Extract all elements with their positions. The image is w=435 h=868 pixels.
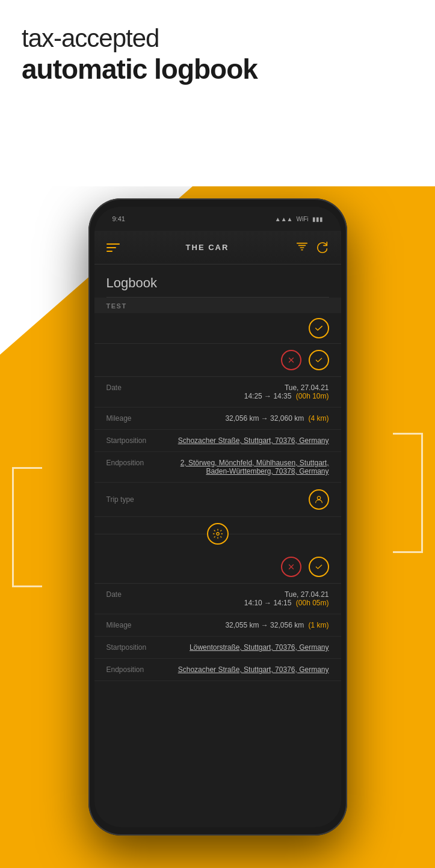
gear-divider [94,517,341,551]
trip2-duration: (00h 05m) [296,599,329,607]
trip2-startpos-label: Startposition [106,643,161,652]
phone-mockup: 9:41 ▲▲▲ WiFi ▮▮▮ THE CAR [0,186,435,868]
trip2-reject-button[interactable] [281,557,301,577]
trip-type-person-icon[interactable] [309,489,329,510]
trip2-mileage-label: Mileage [106,621,161,629]
hero-section: tax-accepted automatic logbook [0,0,435,186]
divider-line-left [94,534,207,534]
status-icons: ▲▲▲ WiFi ▮▮▮ [275,216,323,222]
trip1-date-label: Date [106,384,161,392]
hero-line1: tax-accepted [22,24,258,53]
phone-body: 9:41 ▲▲▲ WiFi ▮▮▮ THE CAR [88,198,347,836]
trip2-startpos-value[interactable]: Löwentorstraße, Stuttgart, 70376, German… [161,643,329,652]
svg-point-2 [317,497,320,500]
hamburger-line2 [106,247,116,248]
trip2-date-row: Date Tue, 27.04.21 14:10 → 14:15 (00h 05… [94,584,341,614]
trip1-top-action [94,313,341,344]
trip2-date-value: Tue, 27.04.21 14:10 → 14:15 (00h 05m) [161,590,329,607]
trip1-startpos-value[interactable]: Schozacher Straße, Stuttgart, 70376, Ger… [161,436,329,445]
trip1-reject-button[interactable] [281,350,301,370]
trip2-date-main: Tue, 27.04.21 [161,590,329,599]
trip1-mileage-value: 32,056 km → 32,060 km (4 km) [161,414,329,423]
trip1-startpos-label: Startposition [106,436,161,445]
trip2-endpos-row: Endposition Schozacher Straße, Stuttgart… [94,659,341,681]
trip1-date-value: Tue, 27.04.21 14:25 → 14:35 (00h 10m) [161,384,329,400]
section-label: TEST [94,298,341,313]
filter-icon[interactable] [295,241,309,254]
trip1-triptype-row: Trip type [94,483,341,517]
wifi-icon: WiFi [297,216,309,222]
trip1-triptype-label: Trip type [106,495,161,504]
battery-icon: ▮▮▮ [312,216,323,222]
status-bar: 9:41 ▲▲▲ WiFi ▮▮▮ [94,207,341,231]
trip1-startpos-row: Startposition Schozacher Straße, Stuttga… [94,430,341,452]
status-time: 9:41 [113,215,125,222]
hamburger-line1 [106,243,120,245]
trip2-date-time: 14:10 → 14:15 (00h 05m) [161,599,329,607]
app-title: THE CAR [120,243,295,252]
trip2-endpos-label: Endposition [106,665,161,674]
logbook-title-section: Logbook [94,264,341,297]
trip1-mileage-label: Mileage [106,414,161,423]
trip2-date-label: Date [106,590,161,599]
app-header: THE CAR [94,231,341,264]
trip1-date-main: Tue, 27.04.21 [161,384,329,392]
hamburger-line3 [106,251,113,252]
trip1-date-time: 14:25 → 14:35 (00h 10m) [161,392,329,400]
trip2-mileage-row: Mileage 32,055 km → 32,056 km (1 km) [94,614,341,637]
trip2-mileage-diff: (1 km) [309,621,329,629]
trip1-check-top[interactable] [309,318,329,338]
svg-point-3 [216,533,219,536]
logbook-title: Logbook [106,275,329,291]
signal-icon: ▲▲▲ [275,216,293,222]
hero-line2: automatic logbook [22,53,258,85]
trip1-accept-button[interactable] [309,350,329,370]
gear-icon-circle[interactable] [207,523,229,545]
hero-text: tax-accepted automatic logbook [22,24,258,85]
trip1-endpos-row: Endposition 2, Störweg, Mönchfeld, Mühlh… [94,452,341,483]
trip1-mileage-diff: (4 km) [309,414,329,423]
menu-icon[interactable] [106,243,120,252]
trip1-duration: (00h 10m) [296,392,329,400]
trip2-endpos-value[interactable]: Schozacher Straße, Stuttgart, 70376, Ger… [161,665,329,674]
trip2-startpos-row: Startposition Löwentorstraße, Stuttgart,… [94,637,341,659]
trip1-endpos-label: Endposition [106,459,161,467]
bracket-right [393,433,423,553]
phone-screen: 9:41 ▲▲▲ WiFi ▮▮▮ THE CAR [94,207,341,827]
trip2-mileage-value: 32,055 km → 32,056 km (1 km) [161,621,329,629]
trip1-endpos-value[interactable]: 2, Störweg, Mönchfeld, Mühlhausen, Stutt… [161,459,329,475]
header-actions [295,241,329,254]
trip2-accept-button[interactable] [309,557,329,577]
trip2-action-row [94,551,341,584]
trip1-date-row: Date Tue, 27.04.21 14:25 → 14:35 (00h 10… [94,377,341,408]
refresh-icon[interactable] [316,241,329,254]
divider-line-right [229,534,341,534]
trip1-action-row [94,344,341,377]
trip1-mileage-row: Mileage 32,056 km → 32,060 km (4 km) [94,408,341,430]
